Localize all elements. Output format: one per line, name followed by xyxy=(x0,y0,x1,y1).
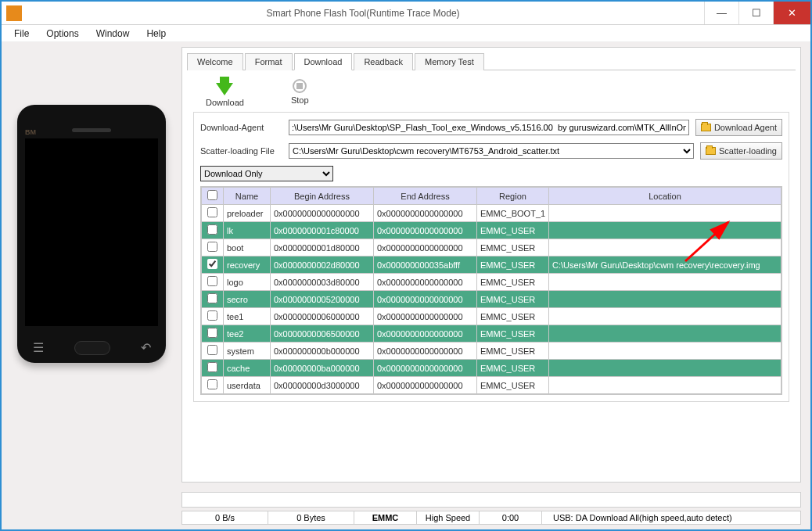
cell-region: EMMC_USER xyxy=(477,222,549,239)
cell-end: 0x0000000000000000 xyxy=(374,274,477,291)
cell-location xyxy=(549,222,781,239)
row-checkbox[interactable] xyxy=(207,276,217,286)
download-mode-select[interactable]: Download Only xyxy=(200,166,333,181)
scatter-file-label: Scatter-loading File xyxy=(200,146,282,156)
progress-bar xyxy=(181,492,801,508)
cell-location xyxy=(549,360,781,377)
cell-region: EMMC_USER xyxy=(477,360,549,377)
status-highspeed: High Speed xyxy=(417,511,480,524)
stop-icon xyxy=(293,79,307,93)
status-bytes: 0 Bytes xyxy=(268,511,354,524)
phone-brand: BM xyxy=(25,128,36,136)
scatter-loading-button[interactable]: Scatter-loading xyxy=(700,142,782,160)
cell-end: 0x0000000000000000 xyxy=(374,325,477,343)
row-checkbox[interactable] xyxy=(207,259,217,269)
cell-location xyxy=(549,343,781,360)
table-row[interactable]: cache0x00000000ba0000000x000000000000000… xyxy=(202,360,781,377)
cell-name: boot xyxy=(224,239,271,257)
cell-begin: 0x0000000002d80000 xyxy=(271,257,374,274)
table-row[interactable]: lk0x0000000001c800000x0000000000000000EM… xyxy=(202,222,781,239)
col-region[interactable]: Region xyxy=(477,188,549,205)
cell-region: EMMC_USER xyxy=(477,377,549,394)
cell-name: tee2 xyxy=(224,325,271,343)
minimize-button[interactable]: — xyxy=(704,2,738,24)
download-button[interactable]: Download xyxy=(206,77,244,107)
table-row[interactable]: tee10x00000000060000000x0000000000000000… xyxy=(202,308,781,325)
tab-memory-test[interactable]: Memory Test xyxy=(415,53,484,70)
cell-location xyxy=(549,274,781,291)
menu-help[interactable]: Help xyxy=(138,27,174,41)
cell-begin: 0x0000000006000000 xyxy=(271,308,374,325)
table-row[interactable]: preloader0x00000000000000000x00000000000… xyxy=(202,205,781,222)
cell-begin: 0x000000000b000000 xyxy=(271,343,374,360)
download-agent-label: Download-Agent xyxy=(200,123,282,132)
window-title: Smart Phone Flash Tool(Runtime Trace Mod… xyxy=(22,8,704,19)
cell-region: EMMC_USER xyxy=(477,308,549,325)
cell-end: 0x0000000000000000 xyxy=(374,205,477,222)
main-panel: Welcome Format Download Readback Memory … xyxy=(181,47,801,483)
col-begin[interactable]: Begin Address xyxy=(271,188,374,205)
cell-region: EMMC_USER xyxy=(477,274,549,291)
row-checkbox[interactable] xyxy=(207,207,217,217)
cell-begin: 0x0000000003d80000 xyxy=(271,274,374,291)
download-agent-button[interactable]: Download Agent xyxy=(695,119,782,136)
row-checkbox[interactable] xyxy=(207,293,217,303)
table-row[interactable]: system0x000000000b0000000x00000000000000… xyxy=(202,343,781,360)
menu-file[interactable]: File xyxy=(6,27,37,41)
scatter-file-field[interactable]: C:\Users\Mr Guru\Desktop\cwm recovery\MT… xyxy=(289,143,694,159)
cell-region: EMMC_USER xyxy=(477,343,549,360)
header-checkbox[interactable] xyxy=(207,190,217,200)
col-name[interactable]: Name xyxy=(224,188,271,205)
cell-name: logo xyxy=(224,274,271,291)
row-checkbox[interactable] xyxy=(207,345,217,355)
table-row[interactable]: tee20x00000000065000000x0000000000000000… xyxy=(202,325,781,343)
menubar: File Options Window Help xyxy=(2,25,810,42)
status-speed: 0 B/s xyxy=(182,511,268,524)
phone-home-icon xyxy=(74,341,110,355)
cell-name: lk xyxy=(224,222,271,239)
tab-welcome[interactable]: Welcome xyxy=(187,53,243,70)
download-frame: Download-Agent Download Agent Scatter-lo… xyxy=(193,112,789,402)
maximize-button[interactable]: ☐ xyxy=(738,2,773,24)
tab-download[interactable]: Download xyxy=(294,53,353,70)
table-row[interactable]: boot0x0000000001d800000x0000000000000000… xyxy=(202,239,781,257)
cell-region: EMMC_USER xyxy=(477,239,549,257)
tab-format[interactable]: Format xyxy=(245,53,293,70)
cell-end: 0x000000000035abfff xyxy=(374,257,477,274)
status-bar: 0 B/s 0 Bytes EMMC High Speed 0:00 USB: … xyxy=(181,511,801,525)
cell-end: 0x0000000000000000 xyxy=(374,291,477,308)
row-checkbox[interactable] xyxy=(207,310,217,321)
folder-icon xyxy=(706,147,716,155)
download-arrow-icon xyxy=(216,83,233,95)
table-row[interactable]: userdata0x00000000d30000000x000000000000… xyxy=(202,377,781,394)
cell-location xyxy=(549,291,781,308)
status-time: 0:00 xyxy=(480,511,542,524)
row-checkbox[interactable] xyxy=(207,242,217,252)
row-checkbox[interactable] xyxy=(207,379,217,389)
cell-begin: 0x00000000ba000000 xyxy=(271,360,374,377)
col-location[interactable]: Location xyxy=(549,188,781,205)
menu-window[interactable]: Window xyxy=(88,27,138,41)
table-row[interactable]: recovery0x0000000002d800000x000000000035… xyxy=(202,257,781,274)
table-row[interactable]: secro0x00000000052000000x000000000000000… xyxy=(202,291,781,308)
table-row[interactable]: logo0x0000000003d800000x0000000000000000… xyxy=(202,274,781,291)
titlebar: Smart Phone Flash Tool(Runtime Trace Mod… xyxy=(2,2,810,25)
cell-location xyxy=(549,205,781,222)
cell-begin: 0x0000000001c80000 xyxy=(271,222,374,239)
cell-name: system xyxy=(224,343,271,360)
cell-location xyxy=(549,377,781,394)
row-checkbox[interactable] xyxy=(207,362,217,372)
cell-begin: 0x0000000000000000 xyxy=(271,205,374,222)
download-agent-field[interactable] xyxy=(289,120,689,135)
stop-button[interactable]: Stop xyxy=(291,79,309,105)
row-checkbox[interactable] xyxy=(207,224,217,235)
cell-region: EMMC_USER xyxy=(477,257,549,274)
cell-end: 0x0000000000000000 xyxy=(374,377,477,394)
row-checkbox[interactable] xyxy=(207,328,217,338)
menu-options[interactable]: Options xyxy=(38,27,86,41)
close-button[interactable]: ✕ xyxy=(773,2,810,24)
cell-name: tee1 xyxy=(224,308,271,325)
col-end[interactable]: End Address xyxy=(374,188,477,205)
tab-readback[interactable]: Readback xyxy=(354,53,413,70)
phone-menu-icon: ☰ xyxy=(33,340,44,355)
